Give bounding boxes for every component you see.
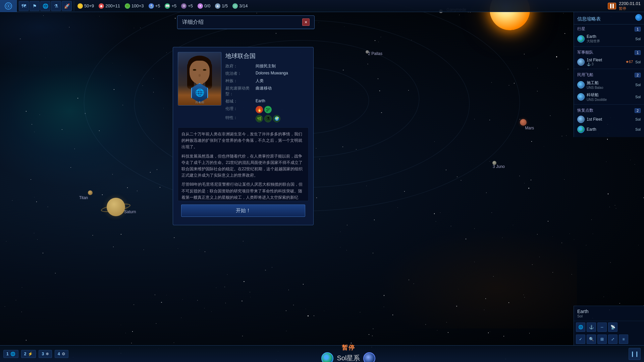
resource-energy: ⚡ 50+9 (77, 3, 94, 9)
planet-mars[interactable] (520, 119, 527, 126)
system-name: Sol星系 (337, 354, 360, 362)
ship1-text: 施工船 UNS Balao (587, 80, 633, 89)
fleet-item[interactable]: 1st Fleet ⚓ 3 ★67 Sol (574, 56, 644, 67)
toolbar-flag[interactable]: ⚑ (30, 1, 40, 11)
stars-layer (0, 0, 644, 362)
modal-close-button[interactable]: × (302, 18, 310, 26)
system-icon-left[interactable] (321, 352, 333, 362)
bottom-tabs: 1 🌐 2 ⚡ 3 ❄ 4 ⚙ (0, 350, 72, 358)
bottom-bar: 1 🌐 2 ⚡ 3 ❄ 4 ⚙ 暂停 Sol星系 ❙❙ (0, 345, 644, 362)
paused-label: 暂停 (342, 344, 355, 352)
start-button[interactable]: 开始！ (181, 204, 305, 217)
unity-icon: ✦ (198, 3, 203, 9)
recovery2-icon (577, 126, 585, 133)
species-label: 种族： (225, 78, 256, 84)
fleet-btn[interactable]: ⚓ (587, 322, 596, 332)
recovery1-item[interactable]: 1st Fleet Sol (574, 114, 644, 124)
planet-pallas[interactable] (366, 50, 369, 54)
alloys-icon: ◈ (215, 3, 220, 9)
minimap-btn[interactable]: 🌐 (576, 322, 585, 332)
top-bar: 🗺 ⚑ 🌐 ⚗ 🚀 ⚡ 50+9 ◆ 200+11 🌿 100+3 🔬 +5 📖… (0, 0, 644, 12)
expand-btn[interactable]: ⤢ (608, 335, 618, 344)
planet-titan[interactable] (88, 190, 93, 195)
trait-icons: 🌿 ⚗ 🌍 (256, 115, 280, 122)
tab-2[interactable]: 2 ⚡ (21, 350, 36, 358)
ethics-label: 伦理： (225, 106, 256, 112)
trade-btn[interactable]: ↔ (597, 322, 607, 332)
mineral-value: 200+11 (105, 3, 120, 8)
bottom-center: 暂停 Sol星系 (72, 344, 625, 362)
resource-engineer: ⚙ +5 (181, 3, 193, 9)
fleet-count: ⚓ 3 (587, 62, 624, 66)
layout-btn[interactable]: ⊞ (597, 335, 607, 344)
ship1-item[interactable]: 施工船 UNS Balao Sol (574, 79, 644, 91)
toolbar-map[interactable]: 🗺 (19, 1, 29, 11)
check-btn[interactable]: ✓ (576, 335, 585, 344)
zoom-btn[interactable]: 🔍 (587, 335, 596, 344)
portrait-label: 肖名称 (195, 100, 204, 105)
left-eye (193, 69, 196, 71)
resource-food: 🌿 100+3 (125, 3, 144, 9)
resource-science: 🔬 +5 (149, 3, 160, 9)
ftl-label: 超光速驱动类型： (225, 85, 256, 97)
traits-label: 特性： (225, 115, 256, 121)
pause-button[interactable] (608, 3, 616, 9)
ethics-pacifist-icon: 🕊 (264, 106, 272, 113)
section-planet: 行星 1 (574, 24, 644, 33)
tab-1[interactable]: 1 🌐 (3, 350, 18, 358)
food-icon: 🌿 (125, 3, 130, 9)
toolbar-diplomacy[interactable]: 🌐 (40, 1, 50, 11)
section-civilian: 民用飞船 2 (574, 70, 644, 79)
toolbar-tech[interactable]: ⚗ (51, 1, 61, 11)
tab-4[interactable]: 4 ⚙ (55, 350, 68, 358)
speed-1[interactable]: ❙❙ (629, 348, 641, 360)
right-info-panel: 信息缩略表 行星 1 Earth 大陆世界 Sol 军事舰队 1 1st Fle… (574, 12, 644, 137)
ruler-value: Dolores Muwanga (256, 71, 288, 75)
trait-1-icon: 🌿 (256, 115, 263, 122)
mineral-icon: ◆ (99, 3, 104, 9)
faction-info: 地球联合国 政府： 间接民主制 统治者： Dolores Muwanga 种族：… (225, 52, 309, 124)
engineer-icon: ⚙ (181, 3, 186, 9)
science-value: +5 (155, 3, 160, 8)
divider-3 (574, 104, 644, 105)
detail-modal[interactable]: 详细介绍 × (177, 15, 315, 29)
traits-row: 特性： 🌿 ⚗ 🌍 (225, 115, 309, 122)
capital-row: 都城： Earth (225, 99, 309, 104)
trait-3-icon: 🌍 (273, 115, 280, 122)
society-value: +5 (171, 3, 176, 8)
planet-saturn[interactable] (107, 198, 125, 216)
divider-2 (574, 69, 644, 69)
ethics-fanatic-icon: 🔥 (256, 106, 263, 113)
faction-portrait: 🌐 肖名称 (178, 52, 221, 106)
divider-1 (574, 46, 644, 47)
bottom-right-panel: Earth Sol 🌐 ⚓ ↔ 📡 ✓ 🔍 ⊞ ⤢ ≡ (574, 306, 644, 345)
planet-juno[interactable] (492, 161, 496, 165)
earth-sol-section: Earth Sol (574, 306, 644, 321)
ftl-row: 超光速驱动类型： 曲速移动 (225, 85, 309, 97)
face (188, 56, 211, 84)
faction-card[interactable]: 🌐 肖名称 地球联合国 政府： 间接民主制 统治者： Dolores Muwan… (173, 47, 314, 225)
ftl-value: 曲速移动 (256, 85, 272, 91)
system-icon-right[interactable] (363, 352, 375, 362)
ship2-location: Sol (635, 95, 641, 99)
resource-mineral: ◆ 200+11 (99, 3, 120, 9)
food-value: 100+3 (131, 3, 144, 8)
planet-item-earth[interactable]: Earth 大陆世界 Sol (574, 33, 644, 45)
toolbar-ship[interactable]: 🚀 (62, 1, 72, 11)
government-label: 政府： (225, 63, 256, 69)
faction-top: 🌐 肖名称 地球联合国 政府： 间接民主制 统治者： Dolores Muwan… (178, 52, 309, 124)
game-logo[interactable] (0, 0, 17, 12)
ship1-icon (577, 81, 585, 88)
fleet-right: ★67 Sol (626, 60, 641, 64)
species-value: 人类 (256, 78, 264, 84)
energy-icon: ⚡ (77, 3, 83, 9)
menu-btn[interactable]: ≡ (619, 335, 628, 344)
engineer-value: +5 (188, 3, 193, 8)
government-row: 政府： 间接民主制 (225, 63, 309, 69)
trait-2-icon: ⚗ (264, 115, 272, 122)
resource-alloys: ◈ 1/5 (215, 3, 228, 9)
contact-btn[interactable]: 📡 (608, 322, 618, 332)
ship2-item[interactable]: 科研船 UNS Doolittle Sol (574, 91, 644, 103)
tab-3[interactable]: 3 ❄ (39, 350, 52, 358)
recovery2-item[interactable]: Earth Sol (574, 124, 644, 134)
